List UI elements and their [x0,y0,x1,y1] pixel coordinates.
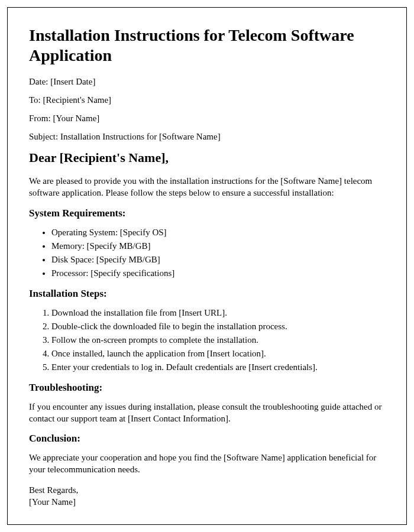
list-item: Once installed, launch the application f… [51,348,385,360]
salutation: Dear [Recipient's Name], [29,150,385,166]
meta-to: To: [Recipient's Name] [29,95,385,105]
list-item: Follow the on-screen prompts to complete… [51,334,385,346]
list-item: Disk Space: [Specify MB/GB] [51,254,385,266]
meta-from: From: [Your Name] [29,113,385,124]
list-item: Operating System: [Specify OS] [51,226,385,239]
document-page: Installation Instructions for Telecom So… [7,7,407,525]
sysreq-list: Operating System: [Specify OS] Memory: [… [51,226,385,280]
sysreq-heading: System Requirements: [29,207,385,219]
conclusion-text: We appreciate your cooperation and hope … [29,452,385,476]
signoff-name: [Your Name] [29,496,385,508]
meta-date: Date: [Insert Date] [29,77,385,87]
list-item: Download the installation file from [Ins… [51,307,385,319]
steps-list: Download the installation file from [Ins… [51,307,385,374]
conclusion-heading: Conclusion: [29,433,385,445]
intro-paragraph: We are pleased to provide you with the i… [29,175,385,199]
troubleshooting-text: If you encounter any issues during insta… [29,401,385,425]
meta-subject: Subject: Installation Instructions for [… [29,132,385,142]
signoff-regards: Best Regards, [29,484,385,496]
list-item: Memory: [Specify MB/GB] [51,240,385,252]
list-item: Enter your credentials to log in. Defaul… [51,361,385,374]
steps-heading: Installation Steps: [29,288,385,300]
signoff-block: Best Regards, [Your Name] [29,484,385,508]
troubleshooting-heading: Troubleshooting: [29,382,385,394]
document-title: Installation Instructions for Telecom So… [29,25,385,65]
list-item: Double-click the downloaded file to begi… [51,320,385,333]
list-item: Processor: [Specify specifications] [51,267,385,280]
